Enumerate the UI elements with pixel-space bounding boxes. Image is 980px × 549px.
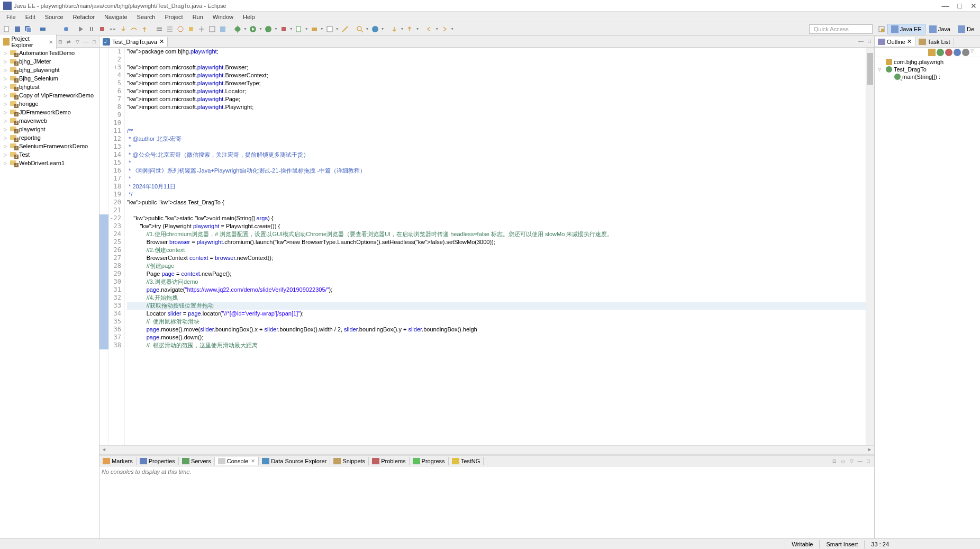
close-view-icon[interactable]: ✕ bbox=[49, 39, 53, 45]
outline-menu-icon[interactable]: ▽ bbox=[970, 49, 978, 56]
new-class-icon[interactable] bbox=[325, 24, 334, 34]
marker-bar[interactable] bbox=[99, 48, 109, 445]
next-annotation-icon[interactable] bbox=[389, 24, 399, 34]
project-jdframeworkdemo[interactable]: ▷JDFrameworkDemo bbox=[0, 108, 99, 116]
close-button[interactable]: ✕ bbox=[970, 2, 977, 10]
tb-icon-1[interactable] bbox=[155, 24, 164, 34]
step-return-icon[interactable] bbox=[140, 24, 149, 34]
open-console-icon[interactable]: ▽ bbox=[848, 457, 855, 465]
collapse-all-icon[interactable]: ⊟ bbox=[57, 38, 64, 46]
perspective-de[interactable]: De bbox=[954, 24, 978, 34]
line-number-gutter[interactable]: 12+345678910-1112131415161718192021-2223… bbox=[109, 48, 125, 445]
hide-static-icon[interactable] bbox=[945, 49, 952, 56]
project-bjhg_jmeter[interactable]: ▷bjhg_JMeter bbox=[0, 57, 99, 66]
link-editor-icon[interactable]: ⇄ bbox=[65, 38, 72, 46]
quick-access-input[interactable]: Quick Access bbox=[809, 24, 873, 34]
project-seleniumframeworkdemo[interactable]: ▷SeleniumFrameworkDemo bbox=[0, 142, 99, 150]
minimize-button[interactable]: — bbox=[942, 2, 949, 10]
tab-console[interactable]: Console✕ bbox=[215, 457, 259, 465]
project-automationtestdemo[interactable]: ▷AutomationTestDemo bbox=[0, 49, 99, 57]
tb-icon-2[interactable] bbox=[165, 24, 175, 34]
toggle-breadcrumb-icon[interactable] bbox=[38, 24, 48, 34]
prev-annotation-icon[interactable] bbox=[405, 24, 414, 34]
hide-fields-icon[interactable] bbox=[937, 49, 944, 56]
tb-icon-5[interactable] bbox=[197, 24, 206, 34]
menu-run[interactable]: Run bbox=[188, 13, 207, 21]
menu-window[interactable]: Window bbox=[208, 13, 238, 21]
vertical-scrollbar[interactable] bbox=[866, 48, 874, 445]
save-icon[interactable] bbox=[13, 24, 22, 34]
outline-test-dragto[interactable]: ▽Test_DragTo bbox=[876, 66, 979, 73]
view-menu-icon[interactable]: ▽ bbox=[74, 38, 81, 46]
project-bjhg_playwright[interactable]: ▷bjhg_playwright bbox=[0, 66, 99, 74]
step-over-icon[interactable] bbox=[129, 24, 139, 34]
tb-icon-4[interactable] bbox=[186, 24, 196, 34]
hide-local-icon[interactable] bbox=[962, 49, 969, 56]
maximize-button[interactable]: □ bbox=[958, 2, 962, 10]
hide-nonpublic-icon[interactable] bbox=[954, 49, 961, 56]
skip-breakpoints-icon[interactable] bbox=[61, 24, 71, 34]
run-last-icon[interactable] bbox=[264, 24, 273, 34]
horizontal-scrollbar[interactable]: ◄► bbox=[99, 445, 874, 454]
perspective-java-ee[interactable]: Java EE bbox=[887, 24, 925, 34]
menu-navigate[interactable]: Navigate bbox=[100, 13, 131, 21]
step-into-icon[interactable] bbox=[119, 24, 128, 34]
menu-search[interactable]: Search bbox=[133, 13, 160, 21]
web-icon[interactable] bbox=[370, 24, 380, 34]
new-icon[interactable] bbox=[2, 24, 12, 34]
close-editor-icon[interactable]: ✕ bbox=[159, 38, 164, 45]
menu-edit[interactable]: Edit bbox=[21, 13, 40, 21]
resume-icon[interactable] bbox=[76, 24, 86, 34]
project-bjhgtest[interactable]: ▷bjhgtest bbox=[0, 83, 99, 91]
run-icon[interactable] bbox=[248, 24, 258, 34]
menu-source[interactable]: Source bbox=[41, 13, 68, 21]
outline-com-bjhg-playwrigh[interactable]: com.bjhg.playwrigh bbox=[876, 58, 979, 66]
terminate-icon[interactable] bbox=[97, 24, 107, 34]
menu-refactor[interactable]: Refactor bbox=[69, 13, 99, 21]
tb-icon-6[interactable] bbox=[207, 24, 217, 34]
tab-servers[interactable]: Servers bbox=[179, 457, 215, 465]
maximize-view-icon[interactable]: □ bbox=[90, 38, 98, 46]
search-icon[interactable] bbox=[355, 24, 365, 34]
project-hongge[interactable]: ▷hongge bbox=[0, 100, 99, 108]
disconnect-icon[interactable] bbox=[108, 24, 117, 34]
editor-tab[interactable]: Test_DragTo.java ✕ bbox=[99, 37, 168, 47]
tab-problems[interactable]: Problems bbox=[369, 457, 409, 465]
project-explorer-tab[interactable]: Project Explorer ✕ bbox=[0, 34, 57, 49]
project-webdriverlearn1[interactable]: ▷WebDriverLearn1 bbox=[0, 159, 99, 167]
tab-snippets[interactable]: Snippets bbox=[330, 457, 369, 465]
tb-icon-3[interactable] bbox=[176, 24, 185, 34]
display-console-icon[interactable]: ▭ bbox=[839, 457, 847, 465]
code-editor[interactable]: 12+345678910-1112131415161718192021-2223… bbox=[99, 48, 874, 445]
outline-tree[interactable]: com.bjhg.playwrigh▽Test_DragTomain(Strin… bbox=[875, 57, 980, 538]
project-copy-of-vipframeworkdemo[interactable]: ▷Copy of VipFrameworkDemo bbox=[0, 91, 99, 100]
project-reportng[interactable]: ▷reportng bbox=[0, 133, 99, 142]
min-bottom-icon[interactable]: — bbox=[856, 457, 864, 465]
tab-properties[interactable]: Properties bbox=[137, 457, 179, 465]
save-all-icon[interactable] bbox=[23, 24, 33, 34]
open-type-icon[interactable] bbox=[340, 24, 350, 34]
project-mavenweb[interactable]: ▷mavenweb bbox=[0, 116, 99, 125]
tab-data-source-explorer[interactable]: Data Source Explorer bbox=[259, 457, 330, 465]
minimize-view-icon[interactable]: — bbox=[82, 38, 89, 46]
open-perspective-icon[interactable] bbox=[877, 24, 886, 34]
pin-console-icon[interactable]: ⊡ bbox=[831, 457, 838, 465]
tab-progress[interactable]: Progress bbox=[410, 457, 449, 465]
back-icon[interactable] bbox=[424, 24, 434, 34]
minimize-editor-icon[interactable]: — bbox=[857, 38, 865, 46]
tab-testng[interactable]: TestNG bbox=[449, 457, 484, 465]
debug-icon[interactable] bbox=[233, 24, 242, 34]
outline-tab[interactable]: Outline ✕ bbox=[875, 37, 915, 46]
menu-help[interactable]: Help bbox=[239, 13, 259, 21]
project-bjhg_selenium[interactable]: ▷Bjhg_Selenium bbox=[0, 74, 99, 83]
close-outline-icon[interactable]: ✕ bbox=[907, 38, 912, 45]
tb-icon-7[interactable] bbox=[218, 24, 228, 34]
project-test[interactable]: ▷Test bbox=[0, 150, 99, 159]
tab-markers[interactable]: Markers bbox=[99, 457, 137, 465]
sort-icon[interactable] bbox=[928, 49, 936, 56]
maximize-editor-icon[interactable]: □ bbox=[866, 38, 873, 46]
suspend-icon[interactable] bbox=[87, 24, 96, 34]
outline-main-string-----[interactable]: main(String[]) : bbox=[876, 73, 979, 80]
project-tree[interactable]: ▷AutomationTestDemo▷bjhg_JMeter▷bjhg_pla… bbox=[0, 48, 99, 538]
menu-file[interactable]: File bbox=[2, 13, 20, 21]
